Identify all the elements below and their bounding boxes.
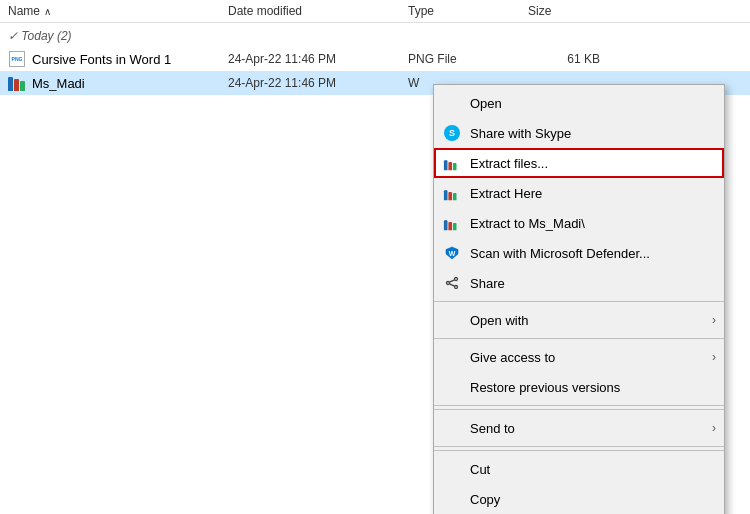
col-date-label: Date modified	[228, 4, 302, 18]
menu-item-label: Share	[470, 276, 712, 291]
group-label: ✓ Today (2)	[0, 23, 750, 47]
menu-item-extract-to[interactable]: Extract to Ms_Madi\	[434, 208, 724, 238]
menu-separator	[434, 409, 724, 410]
zip-file-icon	[8, 74, 26, 92]
menu-separator	[434, 301, 724, 302]
menu-item-label: Copy	[470, 492, 712, 507]
menu-item-share[interactable]: Share	[434, 268, 724, 298]
file-type: PNG File	[408, 52, 528, 66]
menu-separator	[434, 405, 724, 406]
file-size: 61 KB	[528, 52, 608, 66]
none-icon	[442, 93, 462, 113]
col-name-header[interactable]: Name ∧	[8, 4, 228, 18]
none-icon	[442, 489, 462, 509]
menu-separator	[434, 450, 724, 451]
svg-line-5	[450, 280, 455, 282]
submenu-arrow-icon: ›	[712, 421, 716, 435]
menu-item-label: Open	[470, 96, 712, 111]
file-name: Ms_Madi	[32, 76, 228, 91]
extract-icon	[442, 183, 462, 203]
none-icon	[442, 310, 462, 330]
menu-item-label: Extract Here	[470, 186, 712, 201]
menu-item-send-to[interactable]: Send to›	[434, 413, 724, 443]
col-type-label: Type	[408, 4, 434, 18]
col-size-header[interactable]: Size	[528, 4, 608, 18]
menu-item-label: Give access to	[470, 350, 712, 365]
skype-icon: S	[442, 123, 462, 143]
none-icon	[442, 459, 462, 479]
menu-item-label: Restore previous versions	[470, 380, 712, 395]
context-menu: OpenSShare with Skype Extract files... E…	[433, 84, 725, 514]
submenu-arrow-icon: ›	[712, 313, 716, 327]
menu-separator	[434, 338, 724, 339]
menu-item-give-access[interactable]: Give access to›	[434, 342, 724, 372]
menu-item-label: Extract to Ms_Madi\	[470, 216, 712, 231]
menu-item-scan-defender[interactable]: W Scan with Microsoft Defender...	[434, 238, 724, 268]
png-file-icon: PNG	[8, 50, 26, 68]
svg-line-6	[450, 284, 455, 286]
submenu-arrow-icon: ›	[712, 350, 716, 364]
sort-arrow-icon: ∧	[44, 6, 51, 17]
col-type-header[interactable]: Type	[408, 4, 528, 18]
group-label-text: ✓ Today (2)	[8, 29, 72, 43]
menu-item-share-skype[interactable]: SShare with Skype	[434, 118, 724, 148]
col-name-label: Name	[8, 4, 40, 18]
svg-point-2	[455, 278, 458, 281]
col-date-header[interactable]: Date modified	[228, 4, 408, 18]
file-date: 24-Apr-22 11:46 PM	[228, 76, 408, 90]
menu-item-extract-here[interactable]: Extract Here	[434, 178, 724, 208]
file-list-header: Name ∧ Date modified Type Size	[0, 0, 750, 23]
file-date: 24-Apr-22 11:46 PM	[228, 52, 408, 66]
menu-item-label: Send to	[470, 421, 712, 436]
file-name: Cursive Fonts in Word 1	[32, 52, 228, 67]
list-item[interactable]: PNG Cursive Fonts in Word 1 24-Apr-22 11…	[0, 47, 750, 71]
menu-item-extract-files[interactable]: Extract files...	[434, 148, 724, 178]
menu-item-restore-versions[interactable]: Restore previous versions	[434, 372, 724, 402]
svg-point-4	[455, 286, 458, 289]
svg-text:W: W	[449, 250, 456, 257]
menu-item-copy[interactable]: Copy	[434, 484, 724, 514]
none-icon	[442, 418, 462, 438]
menu-item-label: Cut	[470, 462, 712, 477]
menu-item-label: Share with Skype	[470, 126, 712, 141]
none-icon	[442, 347, 462, 367]
defender-icon: W	[442, 243, 462, 263]
extract-icon	[442, 213, 462, 233]
share-icon	[442, 273, 462, 293]
menu-item-cut[interactable]: Cut	[434, 454, 724, 484]
svg-point-3	[447, 282, 450, 285]
menu-item-open[interactable]: Open	[434, 88, 724, 118]
menu-item-label: Scan with Microsoft Defender...	[470, 246, 712, 261]
extract-icon	[442, 153, 462, 173]
none-icon	[442, 377, 462, 397]
menu-item-label: Extract files...	[470, 156, 712, 171]
menu-item-open-with[interactable]: Open with›	[434, 305, 724, 335]
menu-item-label: Open with	[470, 313, 712, 328]
col-size-label: Size	[528, 4, 551, 18]
menu-separator	[434, 446, 724, 447]
